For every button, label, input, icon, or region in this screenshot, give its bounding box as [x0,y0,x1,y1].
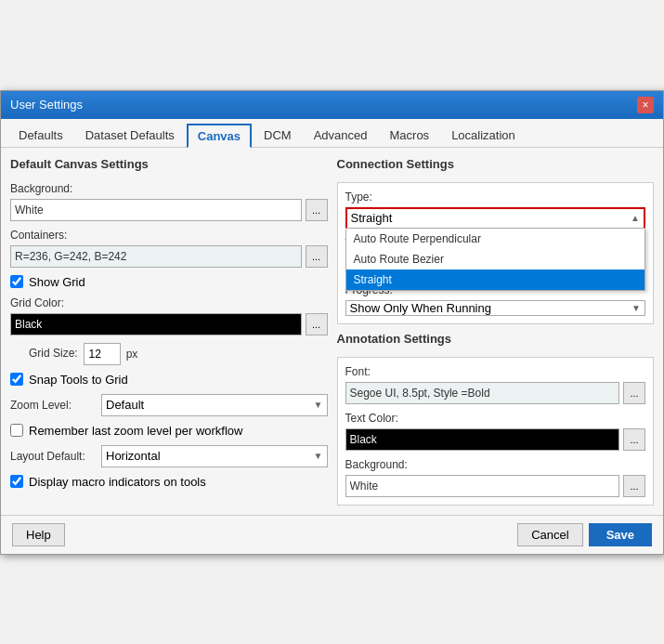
ann-text-color-field-group: Text Color: ... [345,412,646,451]
dialog-title: User Settings [10,98,83,112]
font-label: Font: [345,365,646,378]
layout-default-dropdown[interactable]: Horizontal ▼ [101,445,328,467]
containers-input[interactable] [10,245,302,268]
type-option-bezier[interactable]: Auto Route Bezier [346,249,645,269]
grid-color-row: ... [10,313,328,335]
display-macro-label: Display macro indicators on tools [29,475,206,489]
background-field-group: Background: ... [10,182,328,221]
grid-color-label: Grid Color: [10,296,328,309]
tab-localization[interactable]: Localization [441,124,526,147]
close-button[interactable]: × [637,97,654,113]
type-option-straight[interactable]: Straight [346,269,645,290]
remember-zoom-label: Remember last zoom level per workflow [29,424,242,438]
layout-default-row: Layout Default: Horizontal ▼ [10,445,328,467]
show-grid-row: Show Grid [10,275,328,289]
zoom-level-row: Zoom Level: Default ▼ [10,394,328,416]
type-dropdown-container: Straight ▲ Auto Route Perpendicular Auto… [345,207,646,230]
progress-dropdown[interactable]: Show Only When Running ▼ [345,300,646,316]
annotation-box: Font: ... Text Color: ... Back [337,357,655,506]
snap-tools-row: Snap Tools to Grid [10,373,328,387]
display-macro-row: Display macro indicators on tools [10,475,328,489]
ann-background-ellipsis-button[interactable]: ... [623,475,645,497]
grid-color-input[interactable] [10,313,302,335]
font-row: ... [345,382,646,404]
type-value: Straight [351,211,393,225]
background-row: ... [10,199,328,221]
ann-text-color-label: Text Color: [345,412,646,425]
footer: Help Cancel Save [1,515,663,554]
grid-color-field-group: Grid Color: ... [10,296,328,335]
ann-text-color-ellipsis-button[interactable]: ... [623,428,645,451]
tab-dataset-defaults[interactable]: Dataset Defaults [75,124,185,147]
annotation-section-title: Annotation Settings [337,332,655,346]
layout-default-label: Layout Default: [10,450,94,463]
right-panel: Connection Settings Type: Straight ▲ Aut… [337,157,655,506]
show-grid-label: Show Grid [29,275,85,289]
grid-size-label: Grid Size: [29,347,78,360]
containers-label: Containers: [10,229,328,242]
left-section-title: Default Canvas Settings [10,157,328,171]
grid-size-unit: px [126,348,138,361]
containers-ellipsis-button[interactable]: ... [306,245,328,268]
title-bar: User Settings × [1,91,663,119]
zoom-level-dropdown[interactable]: Default ▼ [101,394,328,416]
tab-defaults[interactable]: Defaults [8,124,73,147]
type-field-group: Type: Straight ▲ Auto Route Perpendicula… [345,191,646,230]
tab-canvas[interactable]: Canvas [187,124,252,148]
type-dropdown-list: Auto Route Perpendicular Auto Route Bezi… [345,228,646,291]
remember-zoom-checkbox[interactable] [10,424,23,437]
content-area: Default Canvas Settings Background: ... … [1,148,663,515]
tab-advanced[interactable]: Advanced [304,124,378,147]
grid-size-input[interactable] [84,343,121,365]
display-macro-checkbox[interactable] [10,475,23,488]
tab-macros[interactable]: Macros [380,124,440,147]
connection-section-title: Connection Settings [337,157,655,171]
show-grid-checkbox[interactable] [10,275,23,288]
help-button[interactable]: Help [12,523,65,546]
progress-arrow-icon: ▼ [631,303,641,313]
layout-default-value: Horizontal [106,449,161,463]
background-input[interactable] [10,199,302,221]
ann-text-color-input[interactable] [345,428,620,451]
font-field-group: Font: ... [345,365,646,404]
grid-size-row: Grid Size: px [29,343,328,365]
type-option-perpendicular[interactable]: Auto Route Perpendicular [346,229,645,249]
footer-right: Cancel Save [517,523,652,546]
ann-background-label: Background: [345,458,646,471]
containers-field-group: Containers: ... [10,229,328,268]
cancel-button[interactable]: Cancel [517,523,582,546]
ann-background-field-group: Background: ... [345,458,646,497]
connection-box: Type: Straight ▲ Auto Route Perpendicula… [337,182,655,324]
ann-background-row: ... [345,475,646,497]
background-label: Background: [10,182,328,195]
grid-color-ellipsis-button[interactable]: ... [306,313,328,335]
progress-value: Show Only When Running [350,301,491,315]
tab-bar: Defaults Dataset Defaults Canvas DCM Adv… [1,119,663,148]
user-settings-dialog: User Settings × Defaults Dataset Default… [0,90,664,555]
tab-dcm[interactable]: DCM [254,124,302,147]
zoom-level-value: Default [106,398,144,412]
font-ellipsis-button[interactable]: ... [623,382,645,404]
snap-tools-label: Snap Tools to Grid [29,373,128,387]
type-dropdown[interactable]: Straight ▲ [345,207,646,230]
ann-background-input[interactable] [345,475,620,497]
layout-default-arrow-icon: ▼ [314,451,323,461]
remember-zoom-row: Remember last zoom level per workflow [10,424,328,438]
font-input[interactable] [345,382,620,404]
snap-tools-checkbox[interactable] [10,373,23,386]
type-label: Type: [345,191,646,204]
type-arrow-icon: ▲ [631,213,640,223]
background-ellipsis-button[interactable]: ... [306,199,328,221]
zoom-level-arrow-icon: ▼ [314,400,323,410]
save-button[interactable]: Save [589,523,652,546]
containers-row: ... [10,245,328,268]
left-panel: Default Canvas Settings Background: ... … [10,157,328,506]
zoom-level-label: Zoom Level: [10,399,94,412]
ann-text-color-row: ... [345,428,646,451]
